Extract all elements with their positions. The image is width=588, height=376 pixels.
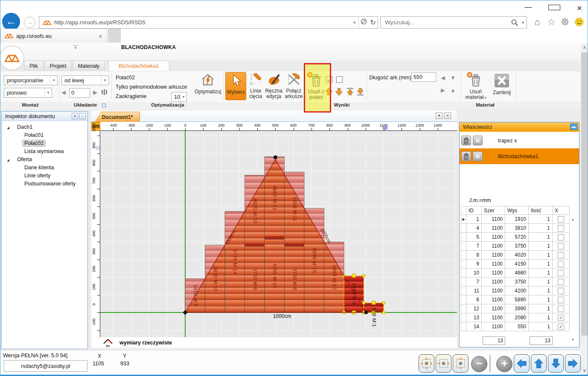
- move-down-icon[interactable]: [335, 87, 343, 98]
- montaz-direction-dropdown[interactable]: pionowo▾: [4, 88, 52, 98]
- pan-down-button[interactable]: [548, 354, 564, 373]
- remove-x-icon[interactable]: ✕: [473, 151, 483, 161]
- distribute-bars-icon[interactable]: [102, 89, 107, 95]
- trash-icon[interactable]: [461, 151, 471, 161]
- pan-up-button[interactable]: [531, 354, 547, 373]
- search-dropdown-caret[interactable]: ▾: [519, 20, 527, 25]
- inspector-minimize-button[interactable]: ▫: [79, 113, 86, 119]
- ribbon-tab-projekt[interactable]: Projekt: [44, 61, 72, 71]
- canvas-dropdown-button[interactable]: ▼: [436, 113, 442, 119]
- tree-item-oferta[interactable]: Oferta: [2, 155, 87, 163]
- inspector-header[interactable]: Inspektor dokumentu ▾ ▫: [2, 112, 87, 121]
- document-tab[interactable]: Document1*: [95, 112, 140, 122]
- material-row-blchodachówka1[interactable]: ✕Blchodachówka1: [460, 148, 579, 164]
- table-row[interactable]: 12110039901: [461, 304, 577, 313]
- offset-left-arrow-icon[interactable]: ◀: [61, 89, 66, 95]
- row-checkbox[interactable]: [553, 242, 570, 251]
- length-down-arrow-icon[interactable]: ▼: [450, 75, 456, 81]
- browser-forward-button[interactable]: →: [24, 17, 35, 28]
- table-row[interactable]: 13110020801✓: [461, 313, 577, 322]
- length-right-arrow-icon[interactable]: ▶: [441, 87, 445, 93]
- search-box[interactable]: ▾: [380, 16, 527, 29]
- table-row[interactable]: 7110037501: [461, 278, 577, 286]
- offset-input[interactable]: [69, 88, 90, 98]
- optymalizacja-option[interactable]: Tylko pełnomodułowe arkusze: [116, 84, 187, 90]
- table-row[interactable]: ▶1110019101: [461, 215, 577, 224]
- ribbon-tab-blchodachowka1[interactable]: Blchodachówka1: [108, 61, 169, 71]
- footer-total-2[interactable]: 13: [530, 336, 553, 345]
- select-tool-button[interactable]: Wybierz: [225, 72, 246, 100]
- row-checkbox[interactable]: ✓: [553, 313, 570, 322]
- close-material-button[interactable]: Zamknij: [489, 72, 514, 100]
- browser-scrollbar[interactable]: ∧ ∨: [581, 43, 588, 375]
- trash-icon[interactable]: [461, 136, 471, 145]
- table-row[interactable]: 9110041501: [461, 260, 577, 269]
- montaz-mode-dropdown[interactable]: proporcjonalnie▾: [4, 75, 58, 85]
- table-row[interactable]: 7110037501: [461, 242, 577, 251]
- browser-tab[interactable]: app.rsroofs.eu ×: [0, 29, 107, 43]
- table-scroll-up-icon[interactable]: ▲: [571, 218, 574, 221]
- window-minimize-button[interactable]: —: [523, 3, 534, 13]
- expander-icon[interactable]: [6, 157, 10, 163]
- settings-gear-icon[interactable]: [560, 17, 570, 27]
- tree-item-dane-klienta[interactable]: Dane klienta: [2, 163, 87, 171]
- favorites-star-icon[interactable]: ☆: [546, 17, 556, 27]
- table-scroll-down-icon[interactable]: ▼: [571, 338, 574, 341]
- expander-icon[interactable]: [6, 125, 10, 131]
- optimize-button[interactable]: Optymalizuj: [192, 72, 224, 100]
- account-box[interactable]: rsdachy5@zasoby.pl: [4, 360, 87, 372]
- scrollbar-thumb[interactable]: [581, 52, 588, 336]
- zoom-slider[interactable]: [489, 355, 491, 372]
- remove-material-button[interactable]: Usuńmateriał ▾: [464, 72, 488, 100]
- row-checkbox[interactable]: [553, 304, 570, 313]
- footer-total-1[interactable]: 13: [483, 336, 505, 345]
- address-dropdown-caret[interactable]: ▾: [351, 20, 358, 25]
- table-row[interactable]: 4110038101: [461, 224, 577, 233]
- pan-left-button[interactable]: [514, 354, 530, 373]
- table-row[interactable]: 5110057201: [461, 233, 577, 242]
- row-checkbox[interactable]: [553, 251, 570, 260]
- table-row[interactable]: 6110058901: [461, 295, 577, 304]
- smiley-feedback-icon[interactable]: [574, 17, 584, 27]
- offset-right-arrow-icon[interactable]: ▶: [93, 89, 97, 95]
- fit-height-button[interactable]: [453, 354, 469, 373]
- row-checkbox[interactable]: [553, 224, 570, 233]
- row-checkbox[interactable]: [553, 233, 570, 242]
- refresh-icon[interactable]: ↻: [370, 18, 376, 26]
- row-checkbox[interactable]: [553, 295, 570, 304]
- new-tab-button[interactable]: [108, 29, 121, 43]
- home-icon[interactable]: ⌂: [532, 17, 542, 27]
- tree-item-podsumowanie-oferty[interactable]: Podsumowanie oferty: [2, 179, 87, 188]
- table-row[interactable]: 8110040201: [461, 251, 577, 260]
- quick-access-caret-icon[interactable]: ▾: [73, 46, 78, 50]
- ukladanie-origin-dropdown[interactable]: od lewej▾: [61, 75, 109, 85]
- scroll-up-icon[interactable]: ∧: [581, 43, 588, 52]
- row-checkbox[interactable]: [553, 260, 570, 269]
- row-checkbox[interactable]: [553, 269, 570, 278]
- rounding-dropdown[interactable]: 10▾: [171, 92, 187, 102]
- table-row[interactable]: 10110046601: [461, 269, 577, 278]
- tree-item-dach1[interactable]: Dach1: [2, 123, 87, 131]
- drawing-area[interactable]: 1910 M:53810 M:105720 M:143750 M:94020 M…: [100, 131, 457, 337]
- table-row[interactable]: 1411005501✓: [461, 322, 577, 331]
- tree-item-połać01[interactable]: Połać01: [2, 131, 87, 139]
- length-up-arrow-icon[interactable]: ▲: [450, 87, 456, 93]
- fit-all-button[interactable]: [419, 354, 434, 373]
- ribbon-tab-materialy[interactable]: Materiały: [73, 61, 105, 71]
- sheet-length-input[interactable]: [411, 72, 436, 82]
- window-close-button[interactable]: ×: [574, 3, 585, 13]
- row-checkbox[interactable]: ✓: [553, 322, 570, 331]
- zoom-in-button[interactable]: +: [496, 356, 512, 372]
- dialog-launcher-icon[interactable]: [102, 104, 106, 107]
- window-maximize-button[interactable]: [548, 3, 559, 13]
- fit-width-button[interactable]: [436, 354, 451, 373]
- material-row-trapez-x[interactable]: ✕trapez x: [460, 133, 579, 148]
- address-bar[interactable]: http://app.rsroofs.eu/pl/RSD5/RSD5 ▾ ↻: [39, 16, 378, 29]
- row-checkbox[interactable]: [553, 286, 570, 295]
- tree-item-lista-wymiarowa[interactable]: Lista wymiarowa: [2, 147, 87, 155]
- properties-header[interactable]: Właściwości ▬: [460, 122, 579, 132]
- tree-item-linie-oferty[interactable]: Linie oferty: [2, 171, 87, 179]
- app-logo[interactable]: [0, 46, 24, 70]
- properties-minimize-button[interactable]: ▬: [570, 124, 577, 130]
- manual-edit-tool-button[interactable]: Ręcznaedycja: [264, 72, 283, 100]
